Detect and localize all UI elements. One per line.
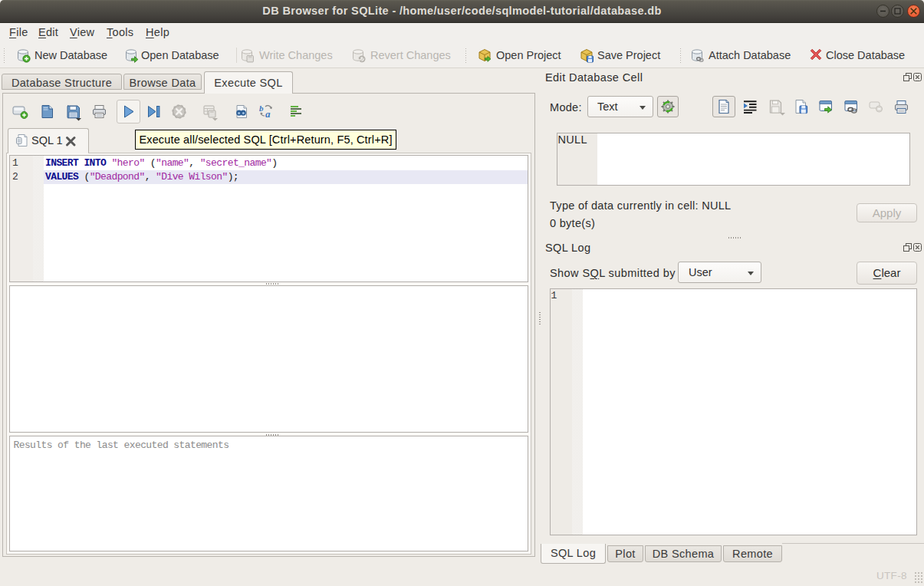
svg-text:a: a [265,108,271,120]
svg-text:b: b [259,104,264,113]
